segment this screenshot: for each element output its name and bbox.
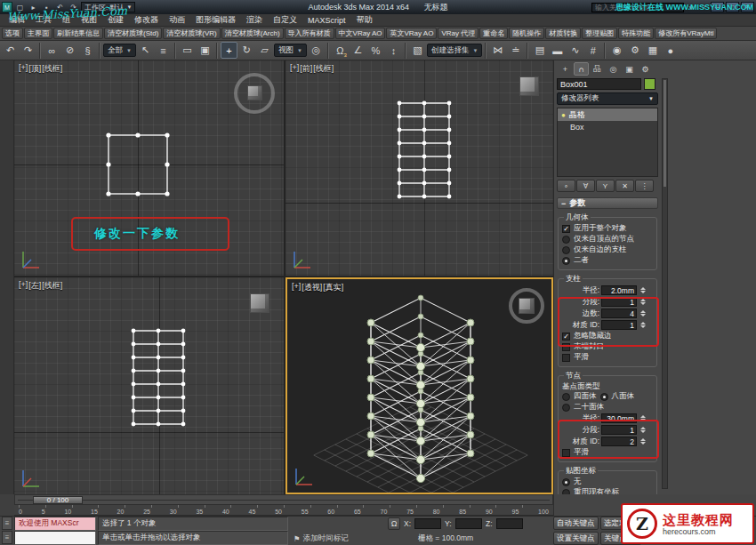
search-input[interactable] (591, 3, 684, 12)
menu-rendering[interactable]: 渲染 (241, 14, 268, 27)
menu-tools[interactable]: 工具 (30, 14, 57, 27)
y-coord-field[interactable] (455, 518, 482, 529)
script-button-mat-convert[interactable]: 材质转换 (545, 28, 581, 39)
app-menu-icon[interactable]: M (2, 2, 12, 12)
rendered-frame-window-icon[interactable]: ▦ (644, 42, 661, 59)
use-pivot-center-icon[interactable]: ◎ (308, 42, 325, 59)
joints-radius-spinner[interactable]: 半径: 30.0mm (562, 413, 653, 424)
select-move-icon[interactable]: + (221, 42, 237, 59)
make-unique-icon[interactable]: Y (596, 180, 615, 192)
panel-scrollbar[interactable] (662, 78, 668, 489)
viewcube[interactable] (250, 293, 269, 313)
joints-material-id-value[interactable]: 2 (601, 437, 637, 446)
new-file-icon[interactable]: ▢ (14, 2, 26, 12)
menu-edit[interactable]: 编辑 (4, 14, 30, 27)
tab-motion-icon[interactable]: ◎ (606, 62, 621, 76)
script-button-clear-arch[interactable]: 清空材质球(Arch) (221, 28, 284, 39)
script-button-cn-vray-ao[interactable]: 中文VRay AO (335, 28, 386, 39)
struts-material-id-value[interactable]: 1 (601, 320, 637, 330)
tab-utilities-icon[interactable]: ⚙ (638, 62, 653, 76)
x-coord-field[interactable] (414, 518, 441, 529)
menu-maxscript[interactable]: MAXScript (302, 14, 351, 27)
remove-modifier-icon[interactable]: ✕ (615, 180, 634, 192)
schematic-view-icon[interactable]: # (584, 42, 601, 59)
set-key-button[interactable]: 设置关键点 (553, 532, 599, 545)
stack-item-lattice[interactable]: ● 晶格 (558, 108, 657, 121)
curve-editor-icon[interactable]: ∿ (567, 42, 583, 59)
minimize-button[interactable]: ─ (711, 2, 724, 12)
struts-sides-value[interactable]: 4 (601, 309, 637, 318)
align-icon[interactable]: ≐ (507, 42, 524, 59)
tetra-radio[interactable] (562, 393, 570, 401)
viewport-menu-plus[interactable]: [+] (292, 282, 301, 293)
end-caps-checkbox[interactable]: 末端封口 (562, 341, 653, 352)
maximize-button[interactable]: □ (726, 2, 739, 12)
joints-smooth-checkbox[interactable]: 平滑 (562, 447, 653, 458)
struts-segments-spinner[interactable]: 分段: 1 (562, 296, 653, 308)
menu-graph-editors[interactable]: 图形编辑器 (190, 14, 241, 27)
menu-animation[interactable]: 动画 (164, 14, 190, 27)
script-button-options[interactable]: 选项 (2, 28, 23, 39)
auto-key-button[interactable]: 自动关键点 (553, 517, 599, 530)
select-by-name-icon[interactable]: ≡ (155, 42, 172, 59)
add-time-tag[interactable]: ⚑ 添加时间标记 (294, 533, 349, 544)
joints-segments-spinner[interactable]: 分段: 1 (562, 424, 653, 436)
tab-hierarchy-icon[interactable]: 品 (590, 62, 605, 76)
script-button-refresh[interactable]: 刷新结果信息 (53, 28, 103, 39)
reference-coordinate-dropdown[interactable]: 视图 ▼ (274, 44, 307, 57)
favorites-star-icon[interactable]: ★ (686, 3, 696, 12)
spinner-arrows[interactable] (639, 320, 647, 330)
joints-only-radio[interactable]: 仅来自顶点的节点 (562, 234, 653, 244)
open-file-icon[interactable]: ▸ (28, 2, 39, 12)
help-icon[interactable]: ? (698, 3, 709, 12)
redo-scene-icon[interactable]: ↷ (20, 42, 36, 59)
spinner-arrows[interactable] (639, 425, 647, 435)
save-file-icon[interactable]: ▪ (41, 2, 52, 12)
spinner-snap-icon[interactable]: ↕ (385, 42, 402, 59)
both-radio[interactable]: 二者 (562, 255, 653, 266)
configure-modifier-sets-icon[interactable]: ⋮ (635, 180, 654, 192)
z-coord-field[interactable] (496, 518, 523, 529)
mini-listener-toggle-icon[interactable]: ≡ (2, 517, 12, 530)
script-button-en-vray-ao[interactable]: 英文VRay AO (386, 28, 437, 39)
spinner-arrows[interactable] (639, 309, 647, 318)
select-link-icon[interactable]: ∞ (44, 42, 60, 59)
stack-item-box[interactable]: Box (558, 121, 657, 133)
struts-radius-spinner[interactable]: 半径: 2.0mm (562, 285, 653, 296)
joints-segments-value[interactable]: 1 (601, 425, 637, 435)
icosa-radio[interactable] (562, 404, 570, 412)
octa-radio[interactable] (600, 393, 608, 401)
viewport-left[interactable]: [+] [左] [线框] (14, 277, 284, 494)
ignore-hidden-edges-checkbox[interactable]: ✓ 忽略隐藏边 (562, 331, 653, 341)
viewport-shading-mode[interactable]: [线框] (42, 280, 62, 292)
struts-radius-value[interactable]: 2.0mm (601, 285, 637, 295)
script-button-special[interactable]: 特殊功能 (618, 28, 654, 39)
menu-customize[interactable]: 自定义 (268, 14, 302, 27)
mini-listener-toggle-icon[interactable]: ≡ (2, 531, 12, 544)
struts-sides-spinner[interactable]: 边数: 4 (562, 308, 653, 319)
ribbon-toggle-icon[interactable]: ▬ (549, 42, 566, 59)
viewport-shading-mode[interactable]: [线框] (42, 63, 62, 75)
select-scale-icon[interactable]: ▱ (256, 42, 273, 59)
menu-help[interactable]: 帮助 (351, 14, 378, 27)
spinner-arrows[interactable] (639, 297, 647, 307)
joints-radius-value[interactable]: 30.0mm (601, 413, 637, 423)
percent-snap-icon[interactable]: % (367, 42, 384, 59)
script-button-import-mats[interactable]: 导入所有材质 (285, 28, 334, 39)
tab-display-icon[interactable]: ▣ (622, 62, 637, 76)
struts-segments-value[interactable]: 1 (601, 297, 637, 307)
viewport-name[interactable]: [前] (300, 63, 312, 75)
menu-group[interactable]: 组 (57, 14, 76, 27)
lock-selection-icon[interactable]: Ω (388, 517, 400, 530)
maxscript-listener-field[interactable] (14, 531, 96, 545)
script-button-rename[interactable]: 重命名 (479, 28, 508, 39)
viewport-front-label[interactable]: [+] [前] [线框] (290, 63, 334, 75)
scrollbar-thumb[interactable] (664, 80, 666, 187)
script-button-clear-vr[interactable]: 清空材质球(VR) (163, 28, 220, 39)
apply-to-entire-object-checkbox[interactable]: ✓ 应用于整个对象 (562, 223, 653, 234)
site-logo-badge[interactable]: Z 这里教程网 herecours.com (621, 503, 754, 544)
material-editor-icon[interactable]: ◉ (608, 42, 625, 59)
mirror-icon[interactable]: ⋈ (489, 42, 506, 59)
site-logo-url[interactable]: herecours.com (663, 527, 734, 536)
redo-icon[interactable]: ↷ (68, 2, 79, 12)
